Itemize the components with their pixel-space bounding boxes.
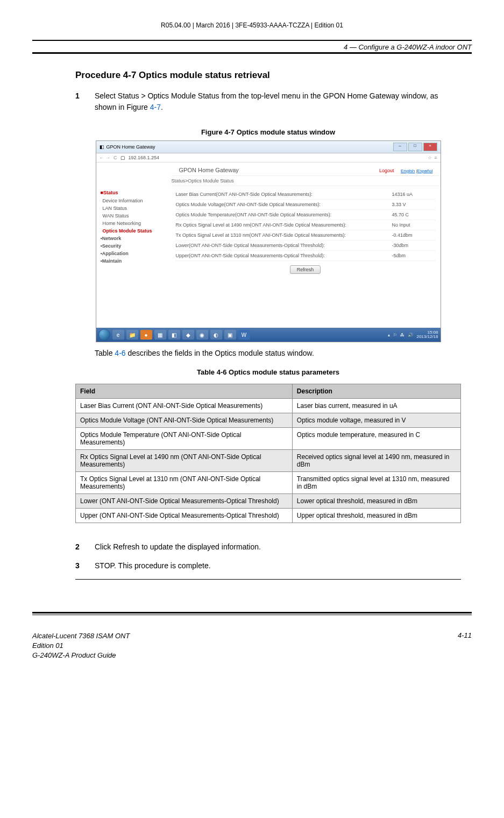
status-row: Optics Module Temperature(ONT ANI-ONT-Si… (176, 210, 435, 220)
tray-volume-icon[interactable]: 🔊 (408, 333, 413, 337)
step-text: Select Status > Optics Module Status fro… (95, 91, 438, 111)
star-icon[interactable]: ☆ (428, 155, 432, 160)
status-label: Laser Bias Current(ONT ANI-ONT-Side Opti… (176, 192, 392, 197)
page-header: GPON Home Gateway Logout English |Españo… (96, 163, 441, 175)
maximize-button[interactable]: □ (408, 143, 422, 151)
tray-flag-icon[interactable]: ⚐ (393, 333, 397, 337)
favicon-icon: ◧ (100, 144, 104, 150)
sidebar: ■Status Device Information LAN Status WA… (96, 186, 171, 279)
cell-desc: Optics module voltage, measured in V (292, 413, 460, 428)
taskbar-app-icon[interactable]: ▦ (154, 330, 166, 340)
sidebar-item-device-info[interactable]: Device Information (101, 197, 171, 204)
titlebar: ◧ GPON Home Gateway – □ × (96, 141, 441, 153)
url-text[interactable]: 192.168.1.254 (129, 155, 160, 160)
taskbar-clock[interactable]: 15:08 2013/12/18 (416, 330, 438, 339)
minimize-button[interactable]: – (393, 143, 407, 151)
sidebar-item-optics-module-status[interactable]: Optics Module Status (101, 227, 171, 235)
sidebar-item-home-networking[interactable]: Home Networking (101, 220, 171, 227)
procedure-title: Procedure 4-7 Optics module status retri… (75, 70, 461, 81)
status-label: Lower(ONT ANI-ONT-Side Optical Measureme… (176, 243, 392, 248)
sidebar-group-maintain[interactable]: ▪Maintain (101, 257, 171, 265)
text: describes the fields in the Optics modul… (126, 349, 314, 357)
step-2: 2 Click Refresh to update the displayed … (75, 541, 461, 553)
taskbar-app-icon[interactable]: ◆ (182, 330, 194, 340)
lang-english-link[interactable]: English (401, 168, 415, 173)
refresh-button[interactable]: Refresh (290, 265, 321, 274)
sidebar-group-security[interactable]: ▪Security (101, 242, 171, 250)
status-value: 14316 uA (392, 192, 435, 197)
cell-desc: Optics module temperature, measured in C (292, 428, 460, 450)
tray-network-icon[interactable]: 🖧 (400, 333, 404, 337)
status-row: Laser Bias Current(ONT ANI-ONT-Side Opti… (176, 189, 435, 200)
status-row: Lower(ONT ANI-ONT-Side Optical Measureme… (176, 241, 435, 251)
taskbar: e 📁 ● ▦ ◧ ◆ ◉ ◐ ▣ W ▴ ⚐ 🖧 🔊 15:08 2013/1… (96, 328, 441, 342)
table-row: Tx Optics Signal Level at 1310 nm (ONT A… (76, 472, 461, 494)
status-value: -5dbm (392, 253, 435, 258)
sidebar-group-network[interactable]: ▪Network (101, 235, 171, 242)
table-row: Lower (ONT ANI-ONT-Side Optical Measurem… (76, 494, 461, 509)
status-value: 3.33 V (392, 202, 435, 207)
sidebar-group-application[interactable]: ▪Application (101, 250, 171, 257)
taskbar-explorer-icon[interactable]: 📁 (126, 330, 138, 340)
taskbar-ie-icon[interactable]: e (112, 330, 124, 340)
nav-back-forward-icon[interactable]: ← → (100, 155, 111, 160)
taskbar-firefox-icon[interactable]: ● (140, 330, 152, 340)
lang-espanol-link[interactable]: Español (417, 168, 433, 173)
sidebar-item-lan-status[interactable]: LAN Status (101, 204, 171, 212)
status-row: Tx Optics Signal Level at 1310 nm(ONT AN… (176, 230, 435, 241)
lock-placeholder-icon: ▢ (120, 155, 125, 160)
status-value: No Input (392, 222, 435, 228)
breadcrumb: Status>Optics Module Status (172, 175, 441, 186)
step-number: 3 (75, 560, 95, 572)
close-button[interactable]: × (423, 143, 437, 151)
cell-desc: Laser bias current, measured in uA (292, 399, 460, 413)
taskbar-chrome-icon[interactable]: ◉ (196, 330, 208, 340)
step-number: 2 (75, 541, 95, 553)
rule (32, 612, 472, 614)
screenshot-window: ◧ GPON Home Gateway – □ × ← → C ▢ 192.16… (96, 140, 441, 342)
rule (32, 40, 472, 41)
table-link[interactable]: 4-6 (115, 349, 125, 357)
status-row: Upper(ONT ANI-ONT-Side Optical Measureme… (176, 251, 435, 261)
table-row: Optics Module Temperature (ONT ANI-ONT-S… (76, 428, 461, 450)
brand-label: GPON Home Gateway (179, 167, 239, 173)
cell-field: Upper (ONT ANI-ONT-Side Optical Measurem… (76, 509, 293, 523)
reload-icon[interactable]: C (113, 155, 117, 160)
taskbar-app-icon[interactable]: ◐ (210, 330, 222, 340)
step-text: . (161, 103, 163, 111)
status-value: -30dbm (392, 243, 435, 248)
cell-field: Lower (ONT ANI-ONT-Side Optical Measurem… (76, 494, 293, 509)
chapter-header: 4 — Configure a G-240WZ-A indoor ONT (32, 43, 472, 51)
sidebar-group-status[interactable]: ■Status (101, 188, 171, 197)
rule (32, 615, 472, 615)
status-row: Optics Module Voltage(ONT ANI-ONT-Side O… (176, 200, 435, 210)
page-footer: Alcatel-Lucent 7368 ISAM ONT Edition 01 … (32, 631, 472, 661)
text: Table (95, 349, 115, 357)
cell-desc: Upper optical threshold, measured in dBm (292, 509, 460, 523)
sidebar-item-wan-status[interactable]: WAN Status (101, 212, 171, 220)
cell-field: Laser Bias Current (ONT ANI-ONT-Side Opt… (76, 399, 293, 413)
col-header-field: Field (76, 384, 293, 399)
status-row: Rx Optics Signal Level at 1490 nm(ONT AN… (176, 220, 435, 230)
start-orb-icon[interactable] (98, 329, 110, 341)
step-body: STOP. This procedure is complete. (95, 560, 461, 572)
status-value: -0.41dbm (392, 232, 435, 238)
table-row: Upper (ONT ANI-ONT-Side Optical Measurem… (76, 509, 461, 523)
logout-link[interactable]: Logout (379, 168, 394, 173)
footer-product: Alcatel-Lucent 7368 ISAM ONT (32, 631, 130, 641)
tray-icon[interactable]: ▴ (388, 333, 390, 337)
taskbar-app-icon[interactable]: ▣ (224, 330, 236, 340)
rule (32, 52, 472, 54)
figure-caption: Figure 4-7 Optics module status window (75, 128, 461, 136)
page-number: 4-11 (458, 631, 472, 661)
table-row: Laser Bias Current (ONT ANI-ONT-Side Opt… (76, 399, 461, 413)
figure-link[interactable]: 4-7 (150, 103, 161, 111)
footer-edition: Edition 01 (32, 641, 130, 651)
document-header: R05.04.00 | March 2016 | 3FE-45933-AAAA-… (32, 22, 472, 29)
clock-date: 2013/12/18 (416, 335, 438, 339)
taskbar-app-icon[interactable]: ◧ (168, 330, 180, 340)
cell-desc: Received optics signal level at 1490 nm,… (292, 450, 460, 472)
taskbar-word-icon[interactable]: W (238, 330, 250, 340)
menu-icon[interactable]: ≡ (434, 155, 437, 160)
rule (75, 579, 461, 580)
